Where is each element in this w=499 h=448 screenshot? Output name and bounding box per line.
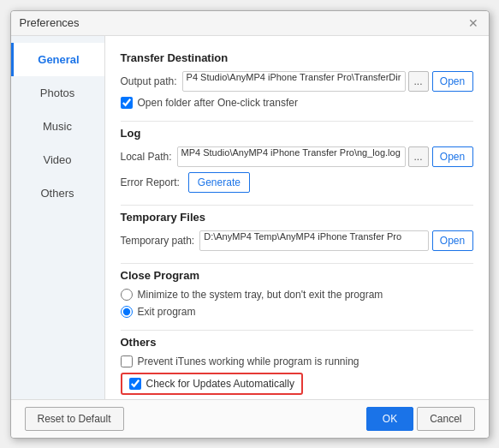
exit-radio-row: Exit program: [121, 306, 473, 318]
prevent-itunes-label: Prevent iTunes working while program is …: [138, 355, 359, 367]
temp-path-label: Temporary path:: [121, 235, 195, 247]
reset-to-default-button[interactable]: Reset to Default: [25, 407, 124, 431]
minimize-label: Minimize to the system tray, but don't e…: [138, 289, 383, 301]
error-report-label: Error Report:: [121, 176, 180, 188]
others-title: Others: [121, 336, 473, 349]
preferences-window: Preferences ✕ General Photos Music Video…: [10, 10, 490, 439]
exit-label: Exit program: [138, 306, 196, 318]
general-settings-panel: Transfer Destination Output path: P4 Stu…: [105, 36, 489, 399]
error-report-row: Error Report: Generate: [121, 172, 473, 193]
local-path-input[interactable]: MP4 Studio\AnyMP4 iPhone Transfer Pro\ng…: [177, 146, 406, 167]
close-button[interactable]: ✕: [466, 16, 480, 30]
transfer-destination-title: Transfer Destination: [121, 51, 473, 64]
footer: Reset to Default OK Cancel: [11, 399, 489, 438]
transfer-destination-section: Transfer Destination Output path: P4 Stu…: [121, 51, 473, 109]
minimize-radio-row: Minimize to the system tray, but don't e…: [121, 289, 473, 301]
main-content: General Photos Music Video Others Transf…: [11, 36, 489, 399]
minimize-radio[interactable]: [121, 289, 133, 301]
temp-files-section: Temporary Files Temporary path: D:\AnyMP…: [121, 211, 473, 251]
open-folder-label: Open folder after One-click transfer: [138, 97, 298, 109]
prevent-itunes-row: Prevent iTunes working while program is …: [121, 355, 473, 367]
generate-button[interactable]: Generate: [188, 172, 250, 193]
window-title: Preferences: [20, 16, 80, 29]
temp-path-input[interactable]: D:\AnyMP4 Temp\AnyMP4 iPhone Transfer Pr…: [199, 230, 428, 251]
output-path-row: Output path: P4 Studio\AnyMP4 iPhone Tra…: [121, 71, 473, 92]
output-path-browse-button[interactable]: ...: [408, 71, 429, 92]
local-path-row: Local Path: MP4 Studio\AnyMP4 iPhone Tra…: [121, 146, 473, 167]
log-title: Log: [121, 127, 473, 140]
check-updates-label: Check for Updates Automatically: [146, 378, 294, 390]
check-updates-wrapper: Check for Updates Automatically: [121, 373, 473, 395]
temp-path-row: Temporary path: D:\AnyMP4 Temp\AnyMP4 iP…: [121, 230, 473, 251]
output-path-input[interactable]: P4 Studio\AnyMP4 iPhone Transfer Pro\Tra…: [182, 71, 406, 92]
local-path-browse-button[interactable]: ...: [408, 146, 429, 167]
close-program-section: Close Program Minimize to the system tra…: [121, 269, 473, 318]
temp-path-open-button[interactable]: Open: [432, 230, 473, 251]
log-section: Log Local Path: MP4 Studio\AnyMP4 iPhone…: [121, 127, 473, 193]
output-path-label: Output path:: [121, 75, 177, 87]
exit-radio[interactable]: [121, 306, 133, 318]
ok-button[interactable]: OK: [366, 407, 413, 431]
temp-files-title: Temporary Files: [121, 211, 473, 224]
sidebar: General Photos Music Video Others: [11, 36, 105, 399]
footer-right-buttons: OK Cancel: [361, 407, 475, 431]
prevent-itunes-checkbox[interactable]: [121, 355, 133, 367]
output-path-open-button[interactable]: Open: [432, 71, 473, 92]
check-updates-highlighted-box: Check for Updates Automatically: [121, 373, 303, 395]
sidebar-item-photos[interactable]: Photos: [11, 76, 104, 110]
sidebar-item-general[interactable]: General: [11, 43, 104, 76]
cancel-button[interactable]: Cancel: [417, 407, 474, 431]
close-program-title: Close Program: [121, 269, 473, 282]
open-folder-row: Open folder after One-click transfer: [121, 97, 473, 109]
sidebar-item-music[interactable]: Music: [11, 110, 104, 143]
sidebar-item-video[interactable]: Video: [11, 143, 104, 176]
others-section: Others Prevent iTunes working while prog…: [121, 336, 473, 395]
local-path-open-button[interactable]: Open: [432, 146, 473, 167]
titlebar: Preferences ✕: [11, 11, 489, 36]
sidebar-item-others[interactable]: Others: [11, 176, 104, 210]
open-folder-checkbox[interactable]: [121, 97, 133, 109]
local-path-label: Local Path:: [121, 151, 172, 163]
check-updates-checkbox[interactable]: [129, 378, 141, 390]
